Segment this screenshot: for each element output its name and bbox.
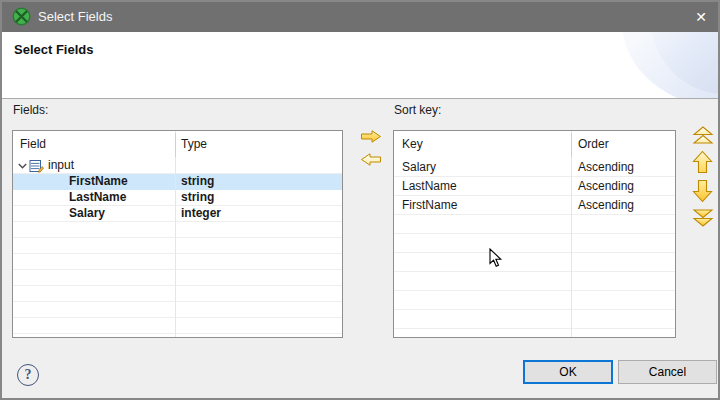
empty-row[interactable] xyxy=(394,215,675,234)
move-to-top-button[interactable] xyxy=(691,126,715,145)
empty-row[interactable] xyxy=(13,334,342,338)
transfer-buttons xyxy=(358,129,384,175)
column-header-order: Order xyxy=(571,131,675,158)
empty-row[interactable] xyxy=(394,329,675,338)
column-header-type: Type xyxy=(175,131,342,158)
empty-row[interactable] xyxy=(13,302,342,318)
fields-table-header: Field Type xyxy=(13,131,342,158)
move-down-icon xyxy=(691,179,714,203)
sort-key-table: Key Order Salary Ascending LastName Asce… xyxy=(393,130,676,338)
column-divider xyxy=(175,131,176,337)
sort-key: LastName xyxy=(394,177,571,195)
fields-label: Fields: xyxy=(13,103,48,117)
empty-row[interactable] xyxy=(13,254,342,270)
column-divider-header[interactable] xyxy=(571,133,572,157)
titlebar: Select Fields ✕ xyxy=(2,2,718,32)
empty-row[interactable] xyxy=(13,286,342,302)
chevron-down-icon[interactable] xyxy=(18,163,27,169)
move-up-button[interactable] xyxy=(691,150,714,174)
field-row-lastname[interactable]: LastName string xyxy=(13,190,342,206)
tree-row-input[interactable]: input xyxy=(13,158,342,174)
app-clover-icon xyxy=(12,7,31,26)
field-type: integer xyxy=(175,206,342,221)
column-header-field: Field xyxy=(13,131,175,158)
sort-row-firstname[interactable]: FirstName Ascending xyxy=(394,196,675,215)
sort-key: FirstName xyxy=(394,196,571,214)
right-arrow-icon xyxy=(360,129,382,144)
select-fields-dialog: Select Fields ✕ Select Fields Fields: So… xyxy=(0,0,720,400)
empty-row[interactable] xyxy=(13,222,342,238)
move-to-bottom-button[interactable] xyxy=(691,208,715,227)
move-to-top-icon xyxy=(691,126,715,145)
fields-table: Field Type input FirstName string Las xyxy=(12,130,343,338)
empty-row[interactable] xyxy=(13,318,342,334)
help-icon: ? xyxy=(25,367,32,383)
ok-button[interactable]: OK xyxy=(523,360,613,384)
field-name: LastName xyxy=(13,190,175,205)
empty-row[interactable] xyxy=(394,234,675,253)
sort-key: Salary xyxy=(394,158,571,176)
empty-row[interactable] xyxy=(394,310,675,329)
field-name: FirstName xyxy=(13,174,175,189)
sort-order[interactable]: Ascending xyxy=(571,158,675,176)
sort-table-header: Key Order xyxy=(394,131,675,158)
sort-row-lastname[interactable]: LastName Ascending xyxy=(394,177,675,196)
help-button[interactable]: ? xyxy=(17,364,39,386)
sort-row-salary[interactable]: Salary Ascending xyxy=(394,158,675,177)
empty-row[interactable] xyxy=(394,272,675,291)
field-type: string xyxy=(175,190,342,205)
field-name: Salary xyxy=(13,206,175,221)
add-to-sort-button[interactable] xyxy=(360,129,382,144)
column-divider-header[interactable] xyxy=(175,133,176,157)
record-edit-icon xyxy=(29,159,44,173)
column-divider xyxy=(571,131,572,337)
column-header-key: Key xyxy=(394,131,571,158)
empty-row[interactable] xyxy=(394,253,675,272)
move-down-button[interactable] xyxy=(691,179,714,203)
mouse-cursor xyxy=(489,248,503,268)
dialog-banner: Select Fields xyxy=(2,32,718,99)
dialog-heading: Select Fields xyxy=(14,42,93,57)
field-row-salary[interactable]: Salary integer xyxy=(13,206,342,222)
left-arrow-icon xyxy=(360,152,382,167)
field-row-firstname[interactable]: FirstName string xyxy=(13,174,342,190)
cancel-button[interactable]: Cancel xyxy=(618,360,717,384)
move-up-icon xyxy=(691,150,714,174)
remove-from-sort-button[interactable] xyxy=(360,152,382,167)
window-title: Select Fields xyxy=(38,2,112,32)
sort-key-label: Sort key: xyxy=(394,103,441,117)
sort-order[interactable]: Ascending xyxy=(571,177,675,195)
close-button[interactable]: ✕ xyxy=(684,2,718,32)
move-to-bottom-icon xyxy=(691,208,715,227)
empty-row[interactable] xyxy=(13,238,342,254)
close-icon: ✕ xyxy=(695,9,707,25)
field-type: string xyxy=(175,174,342,189)
tree-root-label: input xyxy=(48,158,74,173)
empty-row[interactable] xyxy=(394,291,675,310)
sort-order[interactable]: Ascending xyxy=(571,196,675,214)
order-buttons xyxy=(689,126,716,232)
empty-row[interactable] xyxy=(13,270,342,286)
